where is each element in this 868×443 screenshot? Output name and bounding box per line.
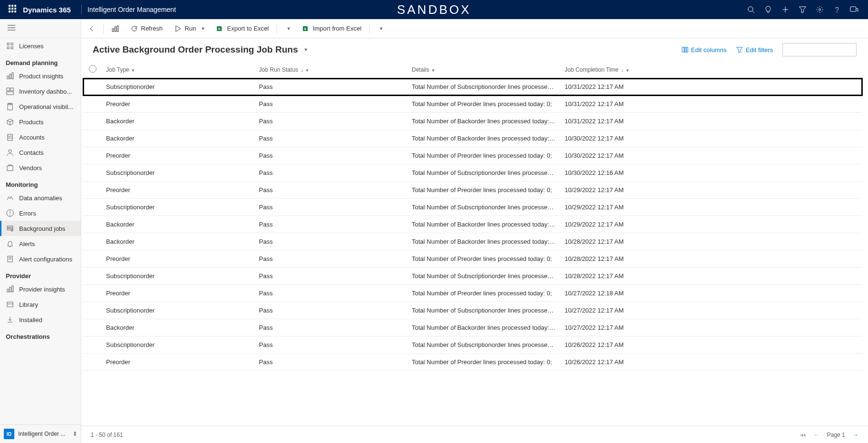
plus-icon[interactable] <box>781 5 790 14</box>
row-select-cell[interactable] <box>83 130 102 147</box>
sidebar-item-product-insights[interactable]: Product insights <box>0 68 81 84</box>
app-name-label[interactable]: Intelligent Order Management <box>87 6 176 13</box>
select-all-header[interactable] <box>83 61 102 78</box>
import-dropdown[interactable]: ▼ <box>373 23 388 34</box>
table-row[interactable]: PreorderPassTotal Number of Preorder lin… <box>83 354 862 371</box>
run-icon <box>174 25 182 32</box>
view-selector[interactable]: Active Background Order Processing Job R… <box>93 44 308 55</box>
table-row[interactable]: PreorderPassTotal Number of Preorder lin… <box>83 182 862 199</box>
next-page-button[interactable]: → <box>853 432 858 438</box>
sidebar-item-label: Vendors <box>19 164 42 172</box>
row-select-cell[interactable] <box>83 113 102 130</box>
gear-icon[interactable] <box>815 5 824 14</box>
run-button[interactable]: Run ▼ <box>170 22 210 35</box>
table-row[interactable]: SubscriptionorderPassTotal Number of Sub… <box>83 336 862 354</box>
column-header-jobtype[interactable]: Job Type▼ <box>102 61 255 78</box>
search-icon[interactable] <box>747 5 755 14</box>
table-row[interactable]: SubscriptionorderPassTotal Number of Sub… <box>83 78 862 96</box>
sidebar-item-alerts[interactable]: Alerts <box>0 236 81 251</box>
vendor-icon <box>6 163 14 172</box>
refresh-label: Refresh <box>141 25 163 32</box>
table-row[interactable]: SubscriptionorderPassTotal Number of Sub… <box>83 268 862 285</box>
sidebar-item-label: Operational visibil... <box>19 103 73 110</box>
grid-footer: 1 - 50 of 161 ⏮ ← Page 1 → <box>81 426 868 443</box>
sidebar-item-vendors[interactable]: Vendors <box>0 160 81 175</box>
sidebar-item-background-jobs[interactable]: Background jobs <box>0 221 81 236</box>
row-select-cell[interactable] <box>83 147 102 164</box>
sidebar-item-provider-insights[interactable]: Provider insights <box>0 281 81 297</box>
row-select-cell[interactable] <box>83 285 102 302</box>
edit-filters-button[interactable]: Edit filters <box>736 46 773 54</box>
chevron-updown-icon[interactable]: ▲▼ <box>73 431 77 437</box>
first-page-button[interactable]: ⏮ <box>800 432 806 438</box>
row-select-cell[interactable] <box>83 268 102 285</box>
table-row[interactable]: SubscriptionorderPassTotal Number of Sub… <box>83 199 862 216</box>
sidebar-item-label: Product insights <box>19 73 64 80</box>
brand-label: Dynamics 365 <box>23 6 71 14</box>
sidebar-item-accounts[interactable]: Accounts <box>0 130 81 145</box>
row-select-cell[interactable] <box>83 354 102 371</box>
svg-rect-27 <box>7 166 13 171</box>
sidebar-item-operational-visibility[interactable]: Operational visibil... <box>0 99 81 114</box>
sidebar-item-products[interactable]: Products <box>0 114 81 130</box>
row-select-cell[interactable] <box>83 182 102 199</box>
table-row[interactable]: PreorderPassTotal Number of Preorder lin… <box>83 250 862 268</box>
table-row[interactable]: BackorderPassTotal Number of Backorder l… <box>83 319 862 336</box>
edit-columns-button[interactable]: Edit columns <box>682 46 727 54</box>
export-excel-button[interactable]: X Export to Excel <box>212 22 273 35</box>
sidebar-item-anomalies[interactable]: Data anomalies <box>0 190 81 205</box>
row-select-cell[interactable] <box>83 78 102 96</box>
app-launcher-icon[interactable] <box>9 5 18 14</box>
refresh-button[interactable]: Refresh <box>126 22 168 35</box>
row-select-cell[interactable] <box>83 250 102 268</box>
sidebar-item-errors[interactable]: Errors <box>0 205 81 221</box>
row-select-cell[interactable] <box>83 96 102 113</box>
svg-rect-19 <box>11 88 13 91</box>
table-row[interactable]: BackorderPassTotal Number of Backorder l… <box>83 130 862 147</box>
sidebar-item-contacts[interactable]: Contacts <box>0 145 81 160</box>
table-row[interactable]: PreorderPassTotal Number of Preorder lin… <box>83 285 862 302</box>
sidebar-item-installed[interactable]: Installed <box>0 312 81 327</box>
svg-rect-13 <box>7 47 9 49</box>
sidebar-app-switcher[interactable]: IO Intelligent Order ... ▲▼ <box>0 424 81 443</box>
chart-button[interactable] <box>107 22 124 35</box>
row-select-cell[interactable] <box>83 233 102 250</box>
sidebar-group-provider: Provider <box>0 267 81 281</box>
row-select-cell[interactable] <box>83 319 102 336</box>
prev-page-button[interactable]: ← <box>814 432 819 438</box>
table-row[interactable]: BackorderPassTotal Number of Backorder l… <box>83 233 862 250</box>
row-select-cell[interactable] <box>83 336 102 354</box>
row-select-cell[interactable] <box>83 164 102 182</box>
sidebar-item-inventory-dashboard[interactable]: Inventory dashbo... <box>0 84 81 99</box>
hamburger-icon[interactable] <box>0 19 81 38</box>
sidebar: Licenses Demand planning Product insight… <box>0 19 81 443</box>
cell-time: 10/31/2022 12:17 AM <box>561 96 862 113</box>
table-row[interactable]: SubscriptionorderPassTotal Number of Sub… <box>83 164 862 182</box>
filter-icon[interactable] <box>798 5 807 14</box>
column-header-details[interactable]: Details▼ <box>408 61 561 78</box>
row-select-cell[interactable] <box>83 302 102 319</box>
row-select-cell[interactable] <box>83 199 102 216</box>
import-excel-button[interactable]: X Import from Excel <box>298 22 366 35</box>
row-select-cell[interactable] <box>83 216 102 233</box>
column-header-completion[interactable]: Job Completion Time ▼ <box>561 61 862 78</box>
table-row[interactable]: SubscriptionorderPassTotal Number of Sub… <box>83 302 862 319</box>
person-icon <box>6 148 14 157</box>
table-row[interactable]: PreorderPassTotal Number of Preorder lin… <box>83 147 862 164</box>
sidebar-item-alert-config[interactable]: Alert configurations <box>0 251 81 267</box>
sidebar-item-licenses[interactable]: Licenses <box>0 38 81 54</box>
back-button[interactable] <box>83 22 100 35</box>
grid-search-input[interactable] <box>782 43 857 56</box>
help-icon[interactable] <box>833 5 841 14</box>
assistant-icon[interactable] <box>850 5 858 14</box>
table-row[interactable]: PreorderPassTotal Number of Preorder lin… <box>83 96 862 113</box>
column-header-status[interactable]: Job Run Status ▼ <box>255 61 408 78</box>
table-row[interactable]: BackorderPassTotal Number of Backorder l… <box>83 113 862 130</box>
table-row[interactable]: BackorderPassTotal Number of Backorder l… <box>83 216 862 233</box>
sidebar-item-library[interactable]: Library <box>0 297 81 312</box>
lightbulb-icon[interactable] <box>764 5 772 14</box>
sidebar-group-orchestrations: Orchestrations <box>0 327 81 342</box>
export-dropdown[interactable]: ▼ <box>280 23 296 34</box>
sidebar-item-label: Installed <box>19 316 42 324</box>
cell-time: 10/30/2022 12:17 AM <box>561 130 862 147</box>
